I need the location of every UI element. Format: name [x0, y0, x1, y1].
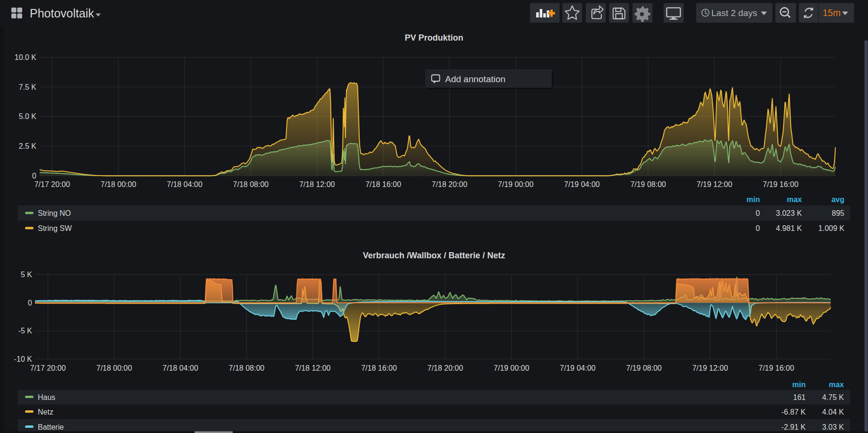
svg-text:7/18 00:00: 7/18 00:00: [96, 364, 132, 372]
svg-text:7/18 12:00: 7/18 12:00: [299, 180, 335, 188]
svg-text:max: max: [787, 195, 802, 204]
svg-text:3.023 K: 3.023 K: [776, 209, 802, 217]
svg-text:10.0 K: 10.0 K: [15, 53, 37, 61]
svg-text:7/18 08:00: 7/18 08:00: [229, 364, 265, 372]
svg-text:Netz: Netz: [38, 408, 53, 416]
svg-text:4.981 K: 4.981 K: [776, 224, 802, 232]
svg-text:String SW: String SW: [38, 224, 72, 232]
svg-text:7/19 16:00: 7/19 16:00: [763, 180, 799, 188]
svg-text:avg: avg: [831, 195, 844, 204]
svg-text:0: 0: [756, 209, 760, 217]
svg-text:7/19 00:00: 7/19 00:00: [498, 180, 534, 188]
svg-text:0: 0: [28, 299, 32, 307]
svg-text:7/19 08:00: 7/19 08:00: [626, 364, 662, 372]
svg-text:7/18 20:00: 7/18 20:00: [431, 180, 467, 188]
svg-text:15m: 15m: [823, 8, 841, 18]
svg-text:7/18 16:00: 7/18 16:00: [361, 364, 397, 372]
svg-text:5 K: 5 K: [21, 271, 32, 279]
svg-text:-6.87 K: -6.87 K: [781, 408, 806, 416]
svg-text:0: 0: [756, 224, 760, 232]
svg-text:7/19 00:00: 7/19 00:00: [494, 364, 530, 372]
svg-text:7/18 04:00: 7/18 04:00: [162, 364, 198, 372]
svg-text:7/18 08:00: 7/18 08:00: [233, 180, 269, 188]
svg-text:min: min: [792, 381, 806, 389]
svg-text:7/18 20:00: 7/18 20:00: [427, 364, 463, 372]
svg-text:7/18 04:00: 7/18 04:00: [167, 180, 202, 188]
svg-text:7/17 20:00: 7/17 20:00: [30, 364, 66, 372]
svg-text:7/18 12:00: 7/18 12:00: [295, 364, 331, 372]
svg-text:-5 K: -5 K: [18, 327, 33, 335]
svg-text:7/17 20:00: 7/17 20:00: [34, 180, 70, 188]
svg-text:-2.91 K: -2.91 K: [781, 423, 806, 431]
svg-text:Haus: Haus: [38, 393, 55, 401]
svg-text:7/18 16:00: 7/18 16:00: [365, 180, 401, 188]
svg-text:Batterie: Batterie: [38, 423, 64, 431]
svg-text:7/18 00:00: 7/18 00:00: [101, 180, 136, 188]
svg-text:-10 K: -10 K: [14, 355, 33, 363]
svg-text:161: 161: [793, 393, 806, 401]
svg-text:Last 2 days: Last 2 days: [711, 8, 757, 18]
svg-text:895: 895: [832, 209, 844, 217]
svg-text:max: max: [829, 381, 844, 389]
svg-text:7/19 04:00: 7/19 04:00: [560, 364, 596, 372]
svg-text:5.0 K: 5.0 K: [19, 112, 37, 120]
svg-text:7/19 12:00: 7/19 12:00: [697, 180, 733, 188]
svg-text:4.04 K: 4.04 K: [822, 408, 844, 416]
svg-text:PV Produktion: PV Produktion: [405, 33, 463, 42]
svg-text:7/19 04:00: 7/19 04:00: [564, 180, 600, 188]
svg-text:Photovoltaik: Photovoltaik: [30, 7, 94, 20]
svg-text:7/19 16:00: 7/19 16:00: [758, 364, 794, 372]
svg-text:1.009 K: 1.009 K: [818, 224, 844, 232]
svg-text:2.5 K: 2.5 K: [19, 142, 37, 150]
svg-text:3.03 K: 3.03 K: [822, 423, 844, 431]
svg-text:0: 0: [32, 172, 36, 180]
svg-text:7.5 K: 7.5 K: [19, 83, 37, 91]
svg-text:min: min: [747, 195, 760, 204]
svg-text:Add annotation: Add annotation: [445, 74, 506, 84]
svg-text:7/19 12:00: 7/19 12:00: [692, 364, 728, 372]
svg-text:Verbrauch /Wallbox / Batterie: Verbrauch /Wallbox / Batterie / Netz: [363, 251, 505, 260]
svg-text:String NO: String NO: [38, 209, 71, 217]
svg-text:7/19 08:00: 7/19 08:00: [630, 180, 666, 188]
svg-text:4.75 K: 4.75 K: [822, 393, 844, 401]
